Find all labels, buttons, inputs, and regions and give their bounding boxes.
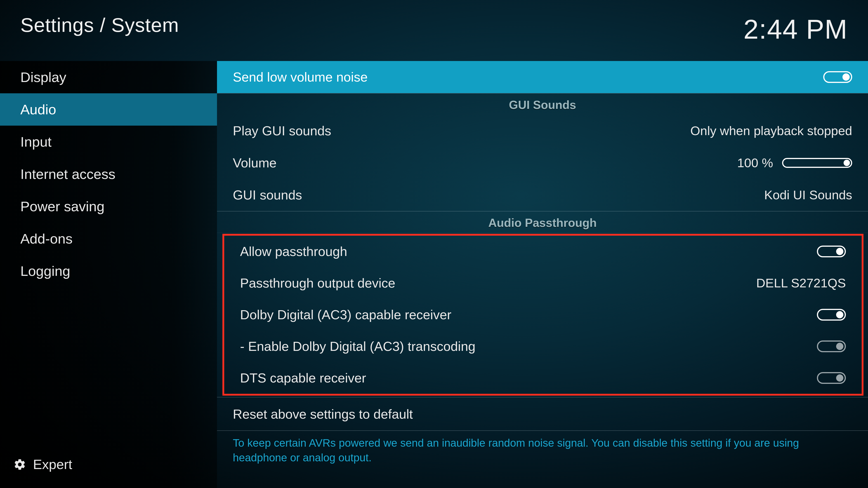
setting-label: - Enable Dolby Digital (AC3) transcoding [240,339,817,354]
setting-send-low-volume-noise[interactable]: Send low volume noise [217,61,868,93]
breadcrumb: Settings / System [20,13,179,37]
reset-settings-button[interactable]: Reset above settings to default [217,397,868,431]
highlight-annotation: Allow passthrough Passthrough output dev… [222,234,864,396]
sidebar-item-logging[interactable]: Logging [0,255,217,287]
header: Settings / System 2:44 PM [0,0,868,61]
setting-label: Reset above settings to default [233,406,852,422]
gear-icon [13,458,26,471]
toggle-on-icon [817,309,846,321]
setting-enable-ac3-transcoding[interactable]: - Enable Dolby Digital (AC3) transcoding [224,330,862,362]
setting-volume[interactable]: Volume 100 % [217,147,868,179]
setting-label: Allow passthrough [240,244,817,259]
setting-value: Only when playback stopped [690,123,852,138]
setting-gui-sounds[interactable]: GUI sounds Kodi UI Sounds [217,179,868,211]
setting-dts-receiver[interactable]: DTS capable receiver [224,362,862,394]
sidebar-item-internet-access[interactable]: Internet access [0,158,217,190]
setting-label: Dolby Digital (AC3) capable receiver [240,307,817,322]
setting-label: Passthrough output device [240,275,756,291]
setting-label: GUI sounds [233,187,764,202]
sidebar-item-display[interactable]: Display [0,61,217,93]
toggle-off-icon [817,372,846,384]
setting-play-gui-sounds[interactable]: Play GUI sounds Only when playback stopp… [217,115,868,147]
setting-value: Kodi UI Sounds [764,188,852,202]
setting-value: 100 % [737,156,773,170]
setting-label: DTS capable receiver [240,370,817,385]
volume-slider[interactable] [782,158,852,168]
clock: 2:44 PM [743,13,848,45]
setting-label: Volume [233,155,737,170]
setting-dolby-ac3-receiver[interactable]: Dolby Digital (AC3) capable receiver [224,299,862,330]
setting-passthrough-output-device[interactable]: Passthrough output device DELL S2721QS [224,267,862,299]
setting-hint: To keep certain AVRs powered we send an … [217,431,868,474]
setting-allow-passthrough[interactable]: Allow passthrough [224,236,862,267]
section-header-gui-sounds: GUI Sounds [217,93,868,115]
sidebar-item-input[interactable]: Input [0,126,217,158]
toggle-off-icon [817,340,846,352]
sidebar-item-add-ons[interactable]: Add-ons [0,223,217,255]
setting-label: Send low volume noise [233,69,823,85]
sidebar-item-audio[interactable]: Audio [0,93,217,126]
sidebar-item-power-saving[interactable]: Power saving [0,190,217,223]
section-header-audio-passthrough: Audio Passthrough [217,211,868,233]
toggle-on-icon [823,71,852,83]
toggle-on-icon [817,246,846,257]
settings-level-label: Expert [33,457,72,472]
sidebar: Display Audio Input Internet access Powe… [0,61,217,488]
setting-label: Play GUI sounds [233,123,690,138]
setting-value: DELL S2721QS [756,275,846,290]
settings-level-button[interactable]: Expert [0,449,217,488]
settings-panel: Send low volume noise GUI Sounds Play GU… [217,61,868,488]
